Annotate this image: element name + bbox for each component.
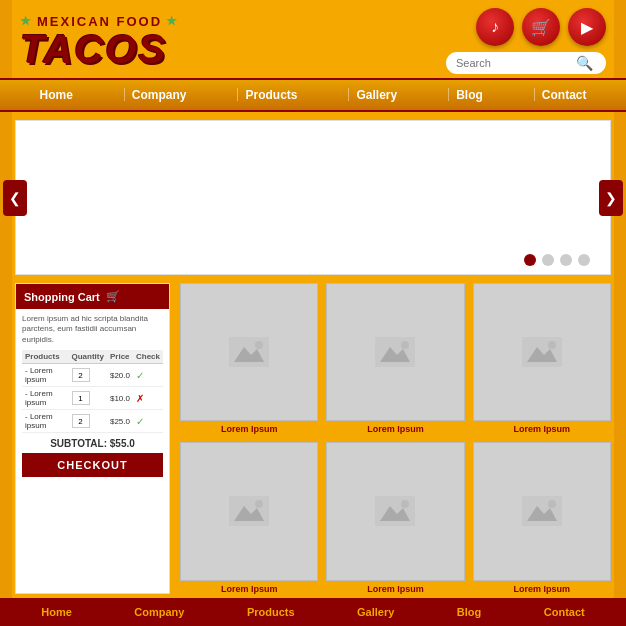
placeholder-img-icon-6	[522, 496, 562, 526]
cart-description: Lorem ipsum ad hic scripta blandita parc…	[22, 314, 163, 345]
cart-row-2: - Lorem ipsum $10.0 ✗	[22, 387, 163, 410]
check-icon-3: ✓	[136, 416, 144, 427]
product-grid: Lorem Ipsum Lorem Ipsum	[180, 283, 611, 594]
product-image-3[interactable]	[473, 283, 611, 421]
product-item-4: Lorem Ipsum	[180, 442, 318, 593]
product-image-1[interactable]	[180, 283, 318, 421]
placeholder-img-icon-3	[522, 337, 562, 367]
qty-input-2[interactable]	[72, 391, 90, 405]
cart-item-3-qty	[69, 410, 107, 433]
product-label-6: Lorem Ipsum	[514, 584, 571, 594]
product-image-4[interactable]	[180, 442, 318, 580]
slider-dot-4[interactable]	[578, 254, 590, 266]
product-item-3: Lorem Ipsum	[473, 283, 611, 434]
product-label-3: Lorem Ipsum	[514, 424, 571, 434]
product-label-5: Lorem Ipsum	[367, 584, 424, 594]
footer-gallery[interactable]: Gallery	[357, 606, 394, 618]
col-check: Check	[133, 350, 163, 364]
cart-item-1-check: ✓	[133, 364, 163, 387]
product-image-5[interactable]	[326, 442, 464, 580]
cart-item-2-check: ✗	[133, 387, 163, 410]
nav-products[interactable]: Products	[237, 86, 305, 104]
nav-company[interactable]: Company	[124, 86, 195, 104]
product-label-4: Lorem Ipsum	[221, 584, 278, 594]
svg-rect-6	[522, 337, 562, 367]
product-item-1: Lorem Ipsum	[180, 283, 318, 434]
page-wrapper: ★ MEXICAN FOOD ★ TACOS ♪ 🛒 ▶ 🔍 Home Comp…	[0, 0, 626, 626]
slider-dot-2[interactable]	[542, 254, 554, 266]
svg-point-8	[548, 341, 556, 349]
col-products: Products	[22, 350, 69, 364]
footer-company[interactable]: Company	[134, 606, 184, 618]
nav-blog[interactable]: Blog	[448, 86, 491, 104]
svg-point-14	[401, 500, 409, 508]
cart-title: Shopping Cart	[24, 291, 100, 303]
search-input[interactable]	[456, 57, 576, 69]
slider-dot-3[interactable]	[560, 254, 572, 266]
product-label-2: Lorem Ipsum	[367, 424, 424, 434]
nav-home[interactable]: Home	[31, 86, 80, 104]
footer-products[interactable]: Products	[247, 606, 295, 618]
col-quantity: Quantity	[69, 350, 107, 364]
checkout-button[interactable]: CHECKOUT	[22, 453, 163, 477]
header-right: ♪ 🛒 ▶ 🔍	[446, 8, 606, 74]
music-icon-button[interactable]: ♪	[476, 8, 514, 46]
cart-item-3-name: - Lorem ipsum	[22, 410, 69, 433]
cart-icon-button[interactable]: 🛒	[522, 8, 560, 46]
slider-right-arrow[interactable]: ❯	[599, 180, 623, 216]
product-item-6: Lorem Ipsum	[473, 442, 611, 593]
cart-row-1: - Lorem ipsum $20.0 ✓	[22, 364, 163, 387]
header-icons: ♪ 🛒 ▶	[476, 8, 606, 46]
cart-row-3: - Lorem ipsum $25.0 ✓	[22, 410, 163, 433]
cart-body: Lorem ipsum ad hic scripta blandita parc…	[16, 309, 169, 482]
subtotal-text: SUBTOTAL: $55.0	[22, 438, 163, 449]
cart-item-2-price: $10.0	[107, 387, 133, 410]
nav-gallery[interactable]: Gallery	[348, 86, 405, 104]
footer-nav: Home Company Products Gallery Blog Conta…	[0, 598, 626, 626]
cart-header: Shopping Cart 🛒	[16, 284, 169, 309]
tacos-logo: TACOS	[20, 29, 167, 69]
cart-table: Products Quantity Price Check - Lorem ip…	[22, 350, 163, 433]
svg-point-11	[255, 500, 263, 508]
slider-left-arrow[interactable]: ❮	[3, 180, 27, 216]
svg-rect-12	[375, 496, 415, 526]
placeholder-img-icon-1	[229, 337, 269, 367]
qty-input-3[interactable]	[72, 414, 90, 428]
footer-home[interactable]: Home	[41, 606, 72, 618]
nav-bar: Home Company Products Gallery Blog Conta…	[0, 78, 626, 112]
svg-point-5	[401, 341, 409, 349]
search-bar: 🔍	[446, 52, 606, 74]
qty-input-1[interactable]	[72, 368, 90, 382]
placeholder-img-icon-5	[375, 496, 415, 526]
video-icon-button[interactable]: ▶	[568, 8, 606, 46]
svg-rect-3	[375, 337, 415, 367]
slider-dot-1[interactable]	[524, 254, 536, 266]
product-image-2[interactable]	[326, 283, 464, 421]
logo-area: ★ MEXICAN FOOD ★ TACOS	[20, 14, 179, 69]
product-image-6[interactable]	[473, 442, 611, 580]
product-item-5: Lorem Ipsum	[326, 442, 464, 593]
cart-item-1-name: - Lorem ipsum	[22, 364, 69, 387]
footer-blog[interactable]: Blog	[457, 606, 481, 618]
svg-rect-0	[229, 337, 269, 367]
placeholder-img-icon-4	[229, 496, 269, 526]
svg-rect-9	[229, 496, 269, 526]
placeholder-img-icon-2	[375, 337, 415, 367]
search-button[interactable]: 🔍	[576, 55, 593, 71]
header: ★ MEXICAN FOOD ★ TACOS ♪ 🛒 ▶ 🔍	[0, 0, 626, 78]
slider-section: ❮ ❯	[15, 120, 611, 275]
nav-contact[interactable]: Contact	[534, 86, 595, 104]
cart-table-header-row: Products Quantity Price Check	[22, 350, 163, 364]
svg-point-2	[255, 341, 263, 349]
cart-item-1-price: $20.0	[107, 364, 133, 387]
svg-rect-15	[522, 496, 562, 526]
footer-contact[interactable]: Contact	[544, 606, 585, 618]
x-icon-2: ✗	[136, 393, 144, 404]
main-content: Shopping Cart 🛒 Lorem ipsum ad hic scrip…	[15, 283, 611, 594]
cart-item-2-name: - Lorem ipsum	[22, 387, 69, 410]
slider-dots	[524, 254, 590, 266]
product-label-1: Lorem Ipsum	[221, 424, 278, 434]
cart-item-3-check: ✓	[133, 410, 163, 433]
cart-icon: 🛒	[106, 290, 120, 303]
cart-item-2-qty	[69, 387, 107, 410]
